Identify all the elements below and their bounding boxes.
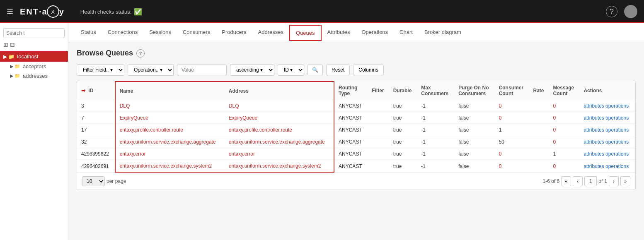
queue-address-link-5[interactable]: entaxy.error [229, 151, 255, 157]
col-header-durable: Durable [389, 82, 417, 100]
queue-address-link-2[interactable]: ExpiryQueue [229, 115, 257, 121]
cell-consumer-count-2: 0 [495, 112, 529, 124]
filter-field-select[interactable]: Filter Field.. ▾ [77, 64, 124, 76]
filter-value-input[interactable] [177, 65, 227, 75]
logo-text2: a [42, 7, 47, 17]
sidebar: ⊞ ⊟ ▶ 📁 localhost ▶ 📁 acceptors ▶ 📁 addr… [0, 23, 68, 240]
next-page-button[interactable]: › [609, 176, 619, 186]
operations-link-6[interactable]: operations [605, 163, 629, 169]
cell-consumer-count-4: 50 [495, 136, 529, 148]
col-header-routing-type: RoutingType [334, 82, 368, 100]
cell-max-consumers-3: -1 [417, 124, 454, 136]
first-page-button[interactable]: « [561, 176, 571, 186]
avatar[interactable] [624, 5, 637, 18]
queue-name-link-3[interactable]: entaxy.profile.controller.route [120, 127, 183, 133]
page-title: Browse Queues [77, 49, 133, 58]
cell-name-1: DLQ [115, 100, 225, 112]
tab-producers[interactable]: Producers [216, 23, 252, 42]
cell-name-6: entaxy.uniform.service.exchange.system2 [115, 160, 225, 173]
expand-icon[interactable]: ⊞ [3, 41, 8, 48]
cell-max-consumers-1: -1 [417, 100, 454, 112]
tab-consumers[interactable]: Consumers [177, 23, 216, 42]
page-help-icon[interactable]: ? [136, 49, 145, 58]
queue-name-link-6[interactable]: entaxy.uniform.service.exchange.system2 [120, 163, 212, 169]
cell-message-count-6: 0 [549, 160, 580, 173]
attributes-link-3[interactable]: attributes [583, 127, 604, 133]
last-page-button[interactable]: » [620, 176, 630, 186]
table-row: 3 DLQ DLQ ANYCAST true -1 false 0 0 [77, 100, 635, 112]
operations-link-5[interactable]: operations [605, 151, 629, 157]
col-header-actions: Actions [579, 82, 635, 100]
sidebar-item-label: localhost [17, 53, 38, 60]
attributes-link-5[interactable]: attributes [583, 151, 604, 157]
tab-queues-label: Queues [296, 30, 315, 36]
tab-queues[interactable]: ▼ Queues [289, 25, 322, 41]
operations-link-2[interactable]: operations [605, 115, 629, 121]
sidebar-item-acceptors[interactable]: ▶ 📁 acceptors [0, 62, 68, 71]
table-row: 7 ExpiryQueue ExpiryQueue ANYCAST true -… [77, 112, 635, 124]
search-button[interactable]: 🔍 [307, 65, 323, 75]
queue-address-link-4[interactable]: entaxy.uniform.service.exchange.aggregat… [229, 139, 325, 145]
cell-rate-5 [529, 148, 549, 160]
logo-text3: y [59, 7, 64, 17]
health-icon: ✅ [134, 8, 142, 16]
folder-icon-addresses: ▶ 📁 [10, 73, 20, 79]
page-range: 1-6 of 6 [543, 178, 560, 184]
cell-purge-6: false [454, 160, 495, 173]
attributes-link-1[interactable]: attributes [583, 103, 604, 109]
hamburger-icon[interactable]: ☰ [7, 7, 13, 16]
prev-page-button[interactable]: ‹ [573, 176, 583, 186]
attributes-link-2[interactable]: attributes [583, 115, 604, 121]
attributes-link-4[interactable]: attributes [583, 139, 604, 145]
filter-operation-select[interactable]: Operation.. ▾ [128, 64, 174, 76]
collapse-icon[interactable]: ⊟ [10, 41, 15, 48]
folder-icon-acceptors: ▶ 📁 [10, 64, 20, 69]
cell-id-2: 7 [77, 112, 115, 124]
help-icon[interactable]: ? [606, 6, 617, 17]
tab-operations[interactable]: Operations [356, 23, 394, 42]
cell-name-5: entaxy.error [115, 148, 225, 160]
cell-name-4: entaxy.uniform.service.exchange.aggregat… [115, 136, 225, 148]
sidebar-item-addresses[interactable]: ▶ 📁 addresses [0, 71, 68, 81]
sort-select[interactable]: ascending ▾ [230, 64, 274, 76]
cell-actions-3: attributes operations [579, 124, 635, 136]
attributes-link-6[interactable]: attributes [583, 163, 604, 169]
col-header-max-consumers: MaxConsumers [417, 82, 454, 100]
queue-address-link-3[interactable]: entaxy.profile.controller.route [229, 127, 292, 133]
tab-sessions[interactable]: Sessions [143, 23, 177, 42]
cell-id-5: 4296399622 [77, 148, 115, 160]
queue-name-link-2[interactable]: ExpiryQueue [120, 115, 148, 121]
sidebar-item-localhost[interactable]: ▶ 📁 localhost [0, 51, 68, 62]
queue-name-link-1[interactable]: DLQ [120, 103, 130, 109]
tab-addresses[interactable]: Addresses [252, 23, 289, 42]
tab-chart[interactable]: Chart [394, 23, 419, 42]
cell-filter-1 [368, 100, 389, 112]
queue-address-link-1[interactable]: DLQ [229, 103, 239, 109]
queue-name-link-5[interactable]: entaxy.error [120, 151, 146, 157]
sidebar-sub-label-addresses: addresses [23, 73, 48, 79]
operations-link-3[interactable]: operations [605, 127, 629, 133]
queue-name-link-4[interactable]: entaxy.uniform.service.exchange.aggregat… [120, 139, 216, 145]
cell-address-5: entaxy.error [225, 148, 334, 160]
queue-address-link-6[interactable]: entaxy.uniform.service.exchange.system2 [229, 163, 321, 169]
tab-attributes[interactable]: Attributes [322, 23, 356, 42]
tab-status[interactable]: Status [75, 23, 102, 42]
cell-durable-5: true [389, 148, 417, 160]
tab-connections[interactable]: Connections [102, 23, 143, 42]
operations-link-4[interactable]: operations [605, 139, 629, 145]
sidebar-sub-label-acceptors: acceptors [23, 63, 46, 70]
table-row: 4296402691 entaxy.uniform.service.exchan… [77, 160, 635, 173]
tab-broker-diagram[interactable]: Broker diagram [419, 23, 467, 42]
reset-button[interactable]: Reset [326, 65, 350, 75]
columns-button[interactable]: Columns [353, 65, 383, 75]
operations-link-1[interactable]: operations [605, 103, 629, 109]
cell-purge-3: false [454, 124, 495, 136]
cell-message-count-2: 0 [549, 112, 580, 124]
per-page-select[interactable]: 10 25 50 100 [82, 176, 105, 186]
per-page-label: per page [107, 178, 126, 184]
search-input[interactable] [3, 28, 65, 38]
col-header-filter: Filter [368, 82, 389, 100]
sort-field-select[interactable]: ID ▾ [278, 64, 304, 76]
cell-max-consumers-6: -1 [417, 160, 454, 173]
table-body: 3 DLQ DLQ ANYCAST true -1 false 0 0 [77, 100, 635, 173]
